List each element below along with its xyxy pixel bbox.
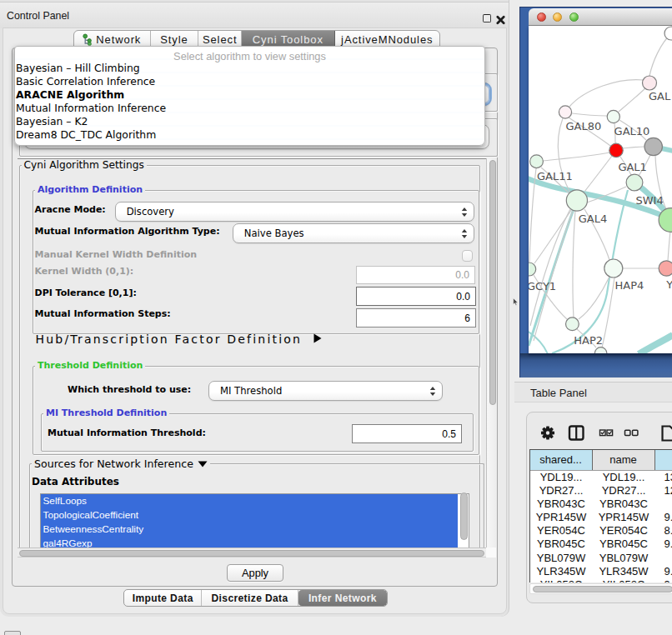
column-header-shared-[interactable]: shared... [530, 450, 593, 470]
manual-kernel-checkbox[interactable] [462, 250, 474, 262]
mi-type-combo[interactable]: Naive Bayes [233, 223, 474, 243]
network-node[interactable] [644, 138, 662, 155]
table-row[interactable]: YPR145WYPR145W9. [530, 511, 672, 524]
table-cell: YBL079W [593, 552, 655, 565]
network-node[interactable] [659, 208, 672, 232]
settings-vscroll-track[interactable] [486, 158, 496, 548]
mi-threshold-field[interactable]: 0.5 [352, 424, 462, 443]
tab-cyni-toolbox[interactable]: Cyni Toolbox [242, 31, 334, 48]
document-icon[interactable] [663, 427, 672, 441]
which-threshold-combo[interactable]: MI Threshold [208, 381, 443, 401]
popup-item-bayesian-hill-climbing[interactable]: Bayesian – Hill Climbing [16, 62, 140, 75]
tab-network[interactable]: Network [74, 31, 151, 48]
table-cell [655, 552, 672, 565]
network-node[interactable] [530, 155, 544, 168]
control-panel-titlebar[interactable]: Control Panel [0, 2, 509, 28]
table-row[interactable]: YBR045CYBR045C9. [530, 538, 672, 551]
gear-icon[interactable] [541, 426, 554, 439]
network-node[interactable] [559, 106, 571, 118]
table-row[interactable]: YBL079WYBL079W [530, 552, 672, 565]
table-row[interactable]: YLR345WYLR345W9. [530, 565, 672, 578]
table-row[interactable]: YDR27...YDR27...12 [530, 484, 672, 498]
network-node[interactable] [607, 110, 619, 122]
network-node[interactable] [609, 143, 623, 157]
network-edge[interactable] [584, 156, 612, 192]
node-table[interactable]: shared...nameA YDL19...YDL19...13YDR27..… [529, 449, 672, 582]
popup-item-basic-correlation-inference[interactable]: Basic Correlation Inference [16, 75, 155, 88]
minimize-traffic-light[interactable] [553, 12, 562, 22]
network-edge-teal[interactable] [529, 331, 548, 353]
network-window-titlebar[interactable] [529, 8, 672, 26]
network-edge[interactable] [668, 232, 670, 261]
network-node[interactable] [529, 262, 536, 276]
tab-style[interactable]: Style [151, 31, 199, 48]
sources-group: Sources for Network Inference Data Attri… [29, 463, 484, 548]
unchecked-columns-icon[interactable] [625, 430, 638, 435]
network-edge[interactable] [573, 211, 575, 318]
collapsed-arrow-icon [313, 333, 322, 343]
apply-button[interactable]: Apply [227, 564, 283, 582]
table-row[interactable]: YDL19...YDL19...13 [530, 471, 672, 484]
attr-list-scrollbar[interactable] [460, 492, 468, 540]
network-node[interactable] [626, 174, 643, 191]
settings-hscroll-thumb[interactable] [19, 550, 484, 558]
sources-group-title[interactable]: Sources for Network Inference [32, 458, 210, 470]
tab-jactivemnodules[interactable]: jActiveMNodules [335, 31, 439, 48]
close-traffic-light[interactable] [537, 12, 546, 22]
popup-item-aracne-algorithm[interactable]: ARACNE Algorithm [16, 88, 124, 102]
network-node[interactable] [643, 76, 657, 90]
popup-item-bayesian-k2[interactable]: Bayesian – K2 [16, 115, 88, 128]
mi-steps-field[interactable]: 6 [356, 308, 476, 328]
settings-vscroll-thumb[interactable] [489, 160, 496, 405]
table-cell: YBR045C [593, 538, 655, 551]
network-node[interactable] [604, 259, 623, 278]
aracne-mode-combo[interactable]: Discovery [115, 202, 474, 222]
network-node[interactable] [659, 261, 672, 276]
network-node[interactable] [566, 190, 587, 211]
network-node[interactable] [664, 27, 672, 40]
network-edge[interactable] [572, 113, 607, 116]
mi-type-label: Mutual Information Algorithm Type: [35, 226, 220, 237]
network-canvas[interactable]: GALGAL80GAL10GAL1GAL11SWI4GAL4GCY1HAP4YH… [529, 26, 672, 353]
checked-columns-icon[interactable] [600, 430, 613, 436]
attribute-item-selfloops[interactable]: SelfLoops [41, 494, 458, 508]
network-edge[interactable] [623, 147, 644, 148]
float-window-icon[interactable] [483, 14, 491, 22]
popup-item-dream8-dc-tdc-algorithm[interactable]: Dream8 DC_TDC Algorithm [16, 128, 156, 142]
column-header-name[interactable]: name [593, 450, 655, 470]
attribute-item-topologicalcoefficient[interactable]: TopologicalCoefficient [41, 508, 458, 522]
table-body: YDL19...YDL19...13YDR27...YDR27...12YBR0… [530, 471, 672, 582]
table-panel-header[interactable]: Table Panel [514, 382, 672, 402]
table-row[interactable]: YER054CYER054C8. [530, 524, 672, 538]
close-icon[interactable] [496, 13, 505, 23]
network-edge-teal[interactable] [639, 335, 672, 353]
network-edge[interactable] [569, 80, 644, 107]
dpi-tolerance-field[interactable]: 0.0 [356, 287, 476, 306]
network-node[interactable] [566, 318, 579, 331]
zoom-traffic-light[interactable] [569, 12, 579, 22]
network-edge[interactable] [530, 209, 570, 326]
table-hscroll-thumb[interactable] [533, 586, 672, 593]
network-node[interactable] [594, 348, 607, 353]
network-edge[interactable] [543, 152, 609, 161]
bottom-tab-infer-network[interactable]: Infer Network [298, 590, 387, 606]
table-hscroll-track[interactable] [529, 583, 672, 594]
network-edge[interactable] [579, 277, 609, 319]
bottom-tab-impute-data[interactable]: Impute Data [124, 590, 202, 606]
column-header-a[interactable]: A [655, 450, 672, 470]
hub-section-toggle[interactable]: Hub/Transcription Factor Definition [36, 332, 303, 346]
table-row[interactable]: YBR043CYBR043C [530, 498, 672, 511]
kernel-width-label: Kernel Width (0,1): [35, 266, 134, 277]
tab-select[interactable]: Select [198, 31, 242, 48]
attribute-item-betweennesscentrality[interactable]: BetweennessCentrality [41, 522, 458, 537]
table-row[interactable]: YIL052CYIL052C9. [530, 578, 672, 582]
bottom-tab-discretize-data[interactable]: Discretize Data [202, 590, 298, 606]
settings-hscroll-track[interactable] [18, 548, 486, 558]
data-attributes-list[interactable]: SelfLoopsTopologicalCoefficientBetweenne… [40, 493, 469, 548]
popup-item-mutual-information-inference[interactable]: Mutual Information Inference [16, 102, 166, 115]
network-edge[interactable] [619, 88, 645, 112]
kernel-width-field[interactable]: 0.0 [356, 266, 475, 284]
panel-corner-button[interactable] [4, 631, 21, 635]
split-panel-icon[interactable] [569, 427, 584, 440]
attribute-item-gal4rgexp[interactable]: gal4RGexp [41, 537, 458, 548]
